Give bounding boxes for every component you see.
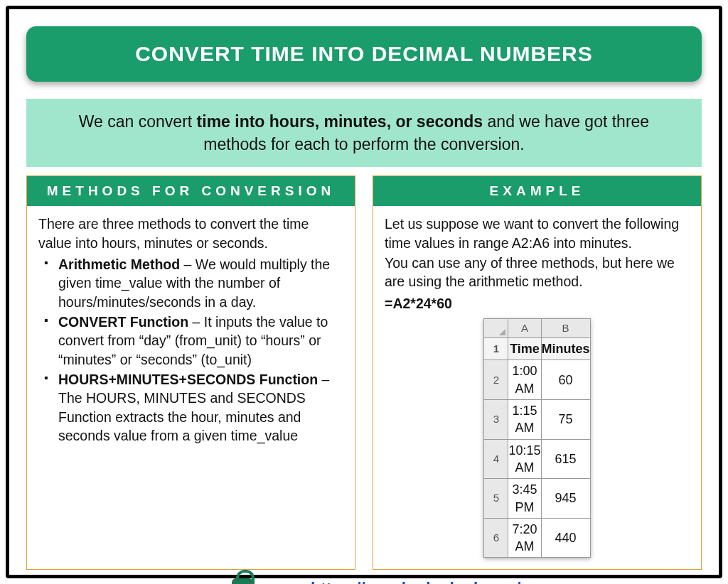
intro-bold: time into hours, minutes, or seconds (197, 112, 483, 131)
col-header: B (541, 318, 590, 337)
document-frame: CONVERT TIME INTO DECIMAL NUMBERS We can… (6, 6, 722, 578)
lock-icon (232, 578, 253, 584)
logo-top: E X CE L (159, 578, 296, 584)
table-header-row: 1 Time Minutes (484, 338, 590, 360)
cell-minutes: 75 (541, 400, 590, 440)
cell-minutes: 945 (541, 479, 590, 519)
cell-time: 1:00 AM (508, 360, 541, 400)
cell-time: 1:15 AM (508, 400, 541, 440)
table-row: 31:15 AM75 (484, 400, 590, 440)
methods-lead: There are three methods to convert the t… (38, 215, 343, 252)
columns: METHODS FOR CONVERSION There are three m… (26, 175, 702, 570)
intro-prefix: We can convert (79, 112, 197, 131)
intro-box: We can convert time into hours, minutes,… (26, 99, 702, 167)
logo-text-wrap: E X CE L Unlocked (159, 578, 296, 584)
example-column: EXAMPLE Let us suppose we want to conver… (373, 175, 702, 570)
cell-minutes: 615 (541, 439, 590, 479)
table-row: 53:45 PM945 (484, 479, 590, 519)
spreadsheet-table: A B 1 Time Minutes 21:00 AM60 31:15 AM75… (483, 318, 590, 558)
list-item: CONVERT Function – It inputs the value t… (38, 313, 343, 369)
row-number: 2 (484, 360, 508, 400)
cell-time: 10:15 AM (508, 439, 541, 479)
cell-minutes: 60 (541, 360, 590, 400)
example-heading: EXAMPLE (373, 176, 701, 206)
cell-minutes: 440 (541, 518, 590, 558)
example-p1: Let us suppose we want to convert the fo… (385, 215, 690, 252)
select-all-corner (484, 318, 508, 337)
table-col-headers: A B (484, 318, 590, 337)
example-body: Let us suppose we want to convert the fo… (373, 206, 701, 569)
row-number: 3 (484, 400, 508, 440)
row-number: 6 (484, 518, 508, 558)
row-number: 5 (484, 479, 508, 519)
footer-text: https://excelunlocked.com/ Lets UNLOCK t… (311, 580, 569, 584)
list-item: HOURS+MINUTES+SECONDS Function –The HOUR… (38, 370, 343, 445)
table-row: 67:20 AM440 (484, 518, 590, 558)
footer-link[interactable]: https://excelunlocked.com/ (311, 580, 520, 584)
row-number: 1 (484, 338, 508, 360)
cell-time: 3:45 PM (508, 479, 541, 519)
footer: E X CE L Unlocked https://excelunlocked.… (26, 578, 702, 584)
table-row: 21:00 AM60 (484, 360, 590, 400)
logo: E X CE L Unlocked (159, 578, 296, 584)
method-name: CONVERT Function (58, 314, 188, 330)
example-formula: =A2*24*60 (385, 294, 690, 313)
list-item: Arithmetic Method – We would multiply th… (38, 255, 343, 311)
example-p2: You can use any of three methods, but he… (385, 254, 690, 291)
methods-column: METHODS FOR CONVERSION There are three m… (26, 175, 355, 570)
methods-heading: METHODS FOR CONVERSION (27, 176, 355, 206)
header-cell: Time (508, 338, 541, 360)
table-row: 410:15 AM615 (484, 439, 590, 479)
header-cell: Minutes (541, 338, 590, 360)
methods-list: Arithmetic Method – We would multiply th… (38, 255, 343, 445)
row-number: 4 (484, 439, 508, 479)
method-name: Arithmetic Method (58, 256, 180, 272)
cell-time: 7:20 AM (508, 518, 541, 558)
method-name: HOURS+MINUTES+SECONDS Function (58, 372, 318, 387)
methods-body: There are three methods to convert the t… (27, 206, 355, 569)
page-title: CONVERT TIME INTO DECIMAL NUMBERS (26, 26, 702, 82)
col-header: A (508, 318, 541, 337)
